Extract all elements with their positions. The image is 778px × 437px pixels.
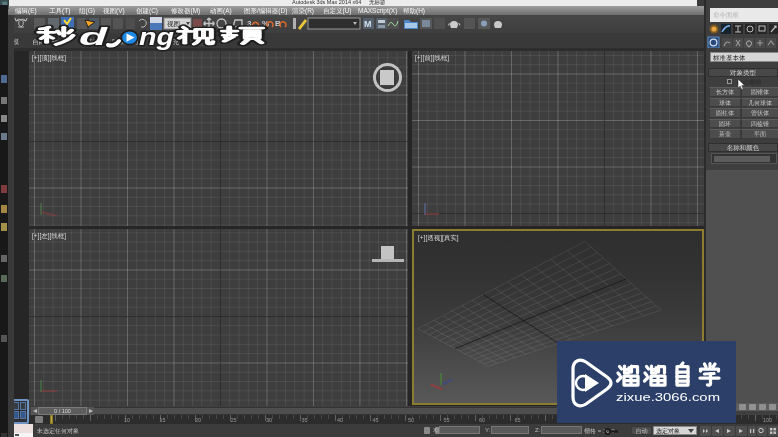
svg-text:zixue.3066.com: zixue.3066.com [616, 391, 720, 403]
svg-text:M: M [364, 19, 372, 29]
svg-text:ng: ng [139, 23, 174, 50]
